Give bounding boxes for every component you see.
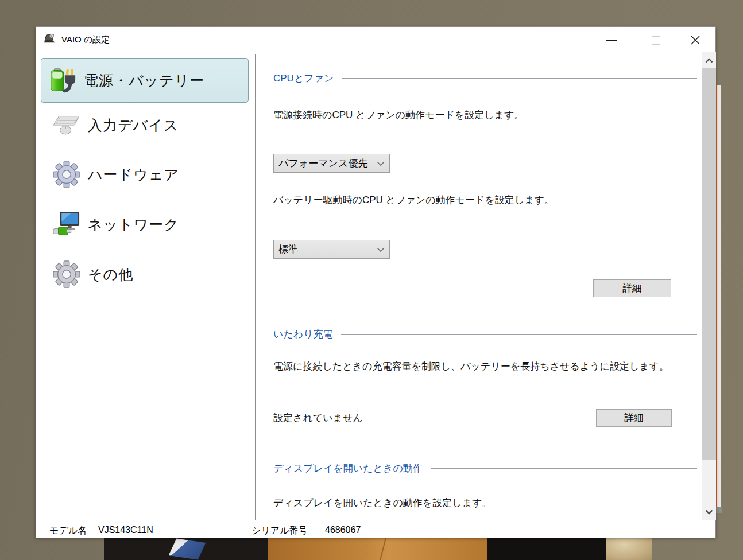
close-button[interactable]	[690, 34, 701, 46]
sidebar-content-divider	[255, 54, 256, 520]
content-scrollbar[interactable]	[702, 52, 716, 520]
sidebar-item-label: ハードウェア	[88, 165, 179, 184]
section-rule	[431, 468, 697, 469]
cpu-battery-mode-value: 標準	[278, 243, 377, 256]
minimize-button[interactable]	[606, 40, 617, 41]
chevron-down-icon	[377, 244, 385, 255]
scrollbar-thumb[interactable]	[702, 68, 716, 460]
window-title: VAIO の設定	[61, 34, 110, 45]
section-title: いたわり充電	[273, 328, 333, 341]
section-rule	[342, 78, 698, 79]
gear-icon	[52, 260, 81, 289]
photo-dark-area-right	[487, 538, 606, 560]
sidebar-item-power-battery[interactable]: 電源・バッテリー	[41, 58, 249, 103]
sidebar-item-label: ネットワーク	[88, 215, 179, 234]
sidebar-item-hardware[interactable]: ハードウェア	[41, 158, 249, 190]
sidebar-item-label: 入力デバイス	[88, 116, 179, 135]
desktop-photo-strip	[0, 538, 743, 560]
cpu-ac-mode-select[interactable]: パフォーマンス優先	[273, 154, 390, 173]
desktop-background: VAIO の設定	[0, 0, 743, 560]
section-heading-display-open: ディスプレイを開いたときの動作	[273, 462, 697, 475]
photo-tan-object	[606, 538, 652, 560]
section-heading-battery-care: いたわり充電	[273, 328, 697, 340]
cpu-ac-mode-value: パフォーマンス優先	[278, 157, 377, 170]
cpu-fan-detail-button[interactable]: 詳細	[593, 279, 671, 297]
vaio-laptop-icon	[44, 33, 57, 46]
sidebar-item-label: 電源・バッテリー	[84, 71, 204, 90]
status-bar: モデル名 VJS143C11N シリアル番号 4686067	[36, 520, 715, 538]
background-window-edge	[715, 85, 721, 507]
sidebar-item-network[interactable]: ネットワーク	[41, 208, 249, 240]
section-heading-cpu-fan: CPUとファン	[273, 72, 697, 84]
serial-number-label: シリアル番号	[251, 525, 308, 537]
keyboard-mouse-icon	[52, 111, 81, 139]
gear-icon	[52, 160, 81, 189]
section-title: CPUとファン	[273, 72, 334, 85]
chevron-down-icon	[377, 158, 385, 169]
cpu-battery-description: バッテリー駆動時のCPU とファンの動作モードを設定します。	[273, 192, 554, 209]
battery-care-status: 設定されていません	[273, 410, 363, 427]
vaio-settings-window: VAIO の設定	[36, 26, 716, 538]
model-name-label: モデル名	[49, 525, 87, 537]
section-title: ディスプレイを開いたときの動作	[273, 462, 423, 475]
network-monitor-icon	[52, 210, 81, 239]
model-name-value: VJS143C11N	[98, 525, 153, 535]
maximize-button[interactable]	[652, 36, 660, 45]
scroll-down-button[interactable]	[702, 504, 716, 520]
scroll-up-button[interactable]	[702, 52, 716, 68]
sidebar-item-others[interactable]: その他	[41, 258, 249, 290]
battery-plug-icon	[48, 66, 77, 95]
serial-number-value: 4686067	[325, 525, 361, 535]
title-bar[interactable]: VAIO の設定	[36, 27, 715, 52]
display-open-description: ディスプレイを開いたときの動作を設定します。	[273, 495, 492, 512]
battery-care-detail-button[interactable]: 詳細	[596, 409, 672, 427]
cpu-battery-mode-select[interactable]: 標準	[273, 240, 390, 259]
battery-care-description: 電源に接続したときの充電容量を制限し、バッテリーを長持ちさせるように設定します。	[273, 358, 671, 375]
section-rule	[341, 334, 697, 335]
cpu-ac-description: 電源接続時のCPU とファンの動作モードを設定します。	[273, 107, 524, 124]
sidebar-item-label: その他	[88, 265, 133, 284]
photo-wood-table	[268, 538, 487, 560]
sidebar-item-input-devices[interactable]: 入力デバイス	[41, 109, 249, 141]
